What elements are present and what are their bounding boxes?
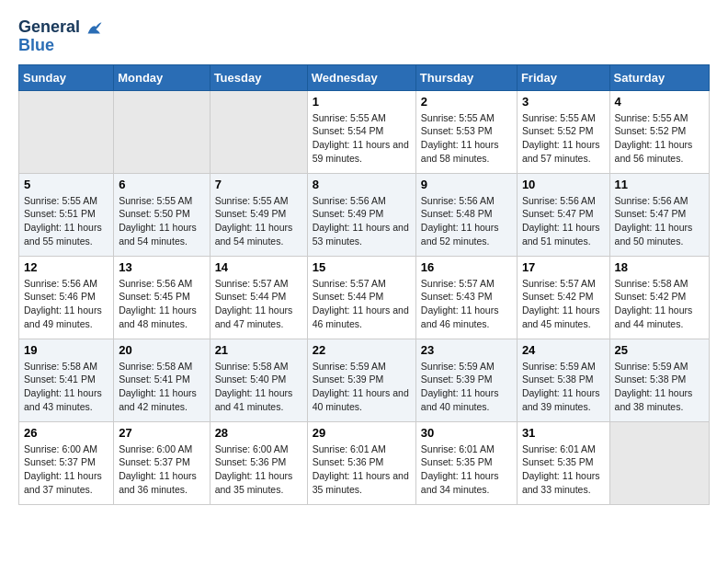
cell-content: Sunrise: 5:56 AM Sunset: 5:49 PM Dayligh…	[313, 194, 411, 248]
calendar-cell	[114, 90, 210, 173]
cell-content: Sunrise: 5:55 AM Sunset: 5:50 PM Dayligh…	[119, 194, 204, 248]
day-number: 18	[615, 260, 704, 274]
calendar-cell: 27 Sunrise: 6:00 AM Sunset: 5:37 PM Dayl…	[114, 421, 210, 504]
header-friday: Friday	[517, 64, 609, 90]
day-number: 23	[421, 343, 512, 357]
day-number: 3	[522, 95, 605, 109]
day-number: 17	[522, 260, 605, 274]
cell-content: Sunrise: 5:55 AM Sunset: 5:54 PM Dayligh…	[313, 111, 411, 166]
header-saturday: Saturday	[609, 64, 709, 90]
calendar-cell: 26 Sunrise: 6:00 AM Sunset: 5:37 PM Dayl…	[19, 421, 114, 504]
cell-content: Sunrise: 5:56 AM Sunset: 5:47 PM Dayligh…	[615, 194, 704, 248]
calendar-cell: 12 Sunrise: 5:56 AM Sunset: 5:46 PM Dayl…	[19, 256, 114, 339]
calendar-cell: 1 Sunrise: 5:55 AM Sunset: 5:54 PM Dayli…	[307, 90, 415, 173]
calendar-cell: 22 Sunrise: 5:59 AM Sunset: 5:39 PM Dayl…	[307, 339, 415, 421]
day-number: 14	[215, 260, 302, 274]
day-number: 19	[24, 343, 108, 357]
week-row-5: 26 Sunrise: 6:00 AM Sunset: 5:37 PM Dayl…	[19, 421, 710, 504]
day-number: 28	[215, 426, 302, 440]
calendar-cell: 13 Sunrise: 5:56 AM Sunset: 5:45 PM Dayl…	[114, 256, 210, 339]
calendar-cell: 11 Sunrise: 5:56 AM Sunset: 5:47 PM Dayl…	[609, 173, 709, 256]
cell-content: Sunrise: 5:57 AM Sunset: 5:44 PM Dayligh…	[215, 277, 302, 331]
calendar-cell: 23 Sunrise: 5:59 AM Sunset: 5:39 PM Dayl…	[415, 339, 517, 421]
day-number: 15	[313, 260, 411, 274]
calendar-cell	[210, 90, 307, 173]
calendar-cell: 31 Sunrise: 6:01 AM Sunset: 5:35 PM Dayl…	[517, 421, 609, 504]
header-sunday: Sunday	[19, 64, 114, 90]
day-number: 9	[421, 178, 512, 191]
cell-content: Sunrise: 6:00 AM Sunset: 5:37 PM Dayligh…	[119, 442, 204, 497]
day-number: 30	[421, 426, 512, 440]
calendar-cell: 2 Sunrise: 5:55 AM Sunset: 5:53 PM Dayli…	[415, 90, 517, 173]
header-monday: Monday	[114, 64, 210, 90]
calendar-cell: 19 Sunrise: 5:58 AM Sunset: 5:41 PM Dayl…	[19, 339, 114, 421]
calendar-cell	[19, 90, 114, 173]
calendar-cell: 5 Sunrise: 5:55 AM Sunset: 5:51 PM Dayli…	[19, 173, 114, 256]
cell-content: Sunrise: 6:01 AM Sunset: 5:35 PM Dayligh…	[421, 442, 512, 497]
day-number: 24	[522, 343, 605, 357]
cell-content: Sunrise: 5:55 AM Sunset: 5:52 PM Dayligh…	[615, 111, 704, 166]
day-number: 2	[421, 95, 512, 109]
cell-content: Sunrise: 5:58 AM Sunset: 5:40 PM Dayligh…	[215, 360, 302, 414]
day-number: 13	[119, 260, 204, 274]
cell-content: Sunrise: 6:00 AM Sunset: 5:37 PM Dayligh…	[24, 442, 108, 497]
cell-content: Sunrise: 5:55 AM Sunset: 5:52 PM Dayligh…	[522, 111, 605, 166]
cell-content: Sunrise: 5:58 AM Sunset: 5:42 PM Dayligh…	[615, 277, 704, 331]
cell-content: Sunrise: 5:57 AM Sunset: 5:42 PM Dayligh…	[522, 277, 605, 331]
cell-content: Sunrise: 5:56 AM Sunset: 5:47 PM Dayligh…	[522, 194, 605, 248]
day-number: 25	[615, 343, 704, 357]
calendar-cell: 18 Sunrise: 5:58 AM Sunset: 5:42 PM Dayl…	[609, 256, 709, 339]
week-row-2: 5 Sunrise: 5:55 AM Sunset: 5:51 PM Dayli…	[19, 173, 710, 256]
day-number: 8	[313, 178, 411, 191]
day-number: 20	[119, 343, 204, 357]
day-number: 4	[615, 95, 704, 109]
day-number: 6	[119, 178, 204, 191]
cell-content: Sunrise: 5:59 AM Sunset: 5:39 PM Dayligh…	[421, 360, 512, 414]
day-number: 22	[313, 343, 411, 357]
day-number: 29	[313, 426, 411, 440]
week-row-4: 19 Sunrise: 5:58 AM Sunset: 5:41 PM Dayl…	[19, 339, 710, 421]
calendar-cell: 7 Sunrise: 5:55 AM Sunset: 5:49 PM Dayli…	[210, 173, 307, 256]
week-row-3: 12 Sunrise: 5:56 AM Sunset: 5:46 PM Dayl…	[19, 256, 710, 339]
cell-content: Sunrise: 6:00 AM Sunset: 5:36 PM Dayligh…	[215, 442, 302, 497]
cell-content: Sunrise: 5:56 AM Sunset: 5:48 PM Dayligh…	[421, 194, 512, 248]
calendar-table: SundayMondayTuesdayWednesdayThursdayFrid…	[18, 64, 710, 505]
calendar-cell	[609, 421, 709, 504]
cell-content: Sunrise: 5:56 AM Sunset: 5:46 PM Dayligh…	[24, 277, 108, 331]
cell-content: Sunrise: 5:57 AM Sunset: 5:43 PM Dayligh…	[421, 277, 512, 331]
logo-bird-icon	[86, 21, 103, 35]
day-number: 12	[24, 260, 108, 274]
calendar-cell: 15 Sunrise: 5:57 AM Sunset: 5:44 PM Dayl…	[307, 256, 415, 339]
week-row-1: 1 Sunrise: 5:55 AM Sunset: 5:54 PM Dayli…	[19, 90, 710, 173]
day-number: 26	[24, 426, 108, 440]
calendar-cell: 9 Sunrise: 5:56 AM Sunset: 5:48 PM Dayli…	[415, 173, 517, 256]
calendar-cell: 28 Sunrise: 6:00 AM Sunset: 5:36 PM Dayl…	[210, 421, 307, 504]
calendar-cell: 17 Sunrise: 5:57 AM Sunset: 5:42 PM Dayl…	[517, 256, 609, 339]
day-number: 16	[421, 260, 512, 274]
day-number: 21	[215, 343, 302, 357]
day-number: 31	[522, 426, 605, 440]
calendar-cell: 24 Sunrise: 5:59 AM Sunset: 5:38 PM Dayl…	[517, 339, 609, 421]
cell-content: Sunrise: 5:55 AM Sunset: 5:53 PM Dayligh…	[421, 111, 512, 166]
day-number: 10	[522, 178, 605, 191]
calendar-cell: 29 Sunrise: 6:01 AM Sunset: 5:36 PM Dayl…	[307, 421, 415, 504]
cell-content: Sunrise: 5:57 AM Sunset: 5:44 PM Dayligh…	[313, 277, 411, 331]
cell-content: Sunrise: 6:01 AM Sunset: 5:35 PM Dayligh…	[522, 442, 605, 497]
calendar-cell: 30 Sunrise: 6:01 AM Sunset: 5:35 PM Dayl…	[415, 421, 517, 504]
day-number: 11	[615, 178, 704, 191]
cell-content: Sunrise: 5:58 AM Sunset: 5:41 PM Dayligh…	[24, 360, 108, 414]
calendar-cell: 14 Sunrise: 5:57 AM Sunset: 5:44 PM Dayl…	[210, 256, 307, 339]
calendar-cell: 20 Sunrise: 5:58 AM Sunset: 5:41 PM Dayl…	[114, 339, 210, 421]
calendar-header-row: SundayMondayTuesdayWednesdayThursdayFrid…	[19, 64, 710, 90]
page-header: General Blue	[18, 18, 710, 55]
calendar-cell: 10 Sunrise: 5:56 AM Sunset: 5:47 PM Dayl…	[517, 173, 609, 256]
cell-content: Sunrise: 5:59 AM Sunset: 5:38 PM Dayligh…	[615, 360, 704, 414]
logo-general: General	[18, 18, 103, 37]
calendar-cell: 16 Sunrise: 5:57 AM Sunset: 5:43 PM Dayl…	[415, 256, 517, 339]
calendar-cell: 3 Sunrise: 5:55 AM Sunset: 5:52 PM Dayli…	[517, 90, 609, 173]
cell-content: Sunrise: 5:55 AM Sunset: 5:51 PM Dayligh…	[24, 194, 108, 248]
day-number: 5	[24, 178, 108, 191]
cell-content: Sunrise: 5:56 AM Sunset: 5:45 PM Dayligh…	[119, 277, 204, 331]
calendar-cell: 25 Sunrise: 5:59 AM Sunset: 5:38 PM Dayl…	[609, 339, 709, 421]
logo: General Blue	[18, 18, 103, 55]
